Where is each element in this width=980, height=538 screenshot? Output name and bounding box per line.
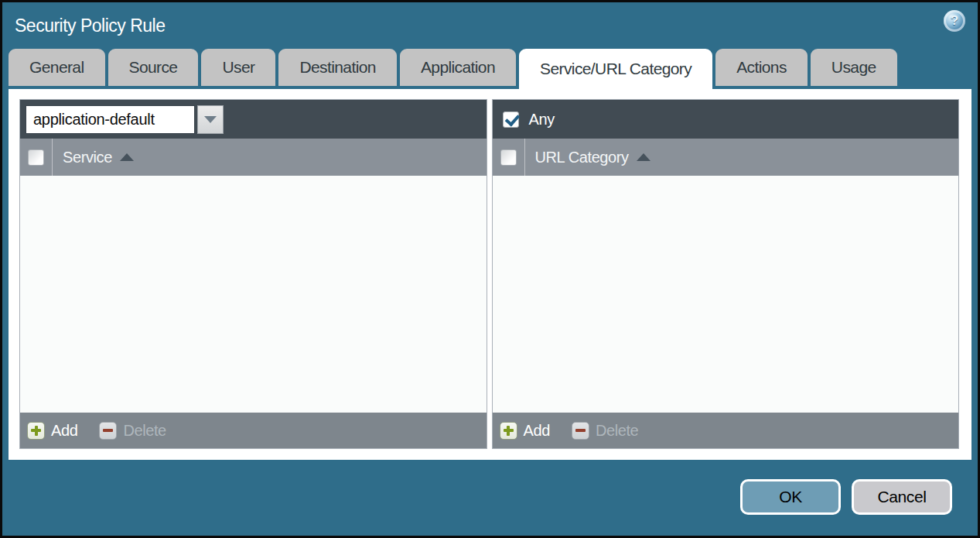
add-plus-icon — [27, 422, 45, 440]
add-plus-icon — [500, 422, 517, 440]
url-category-column-header[interactable]: URL Category — [535, 149, 629, 166]
service-add-button[interactable]: Add — [27, 422, 77, 440]
sort-ascending-icon[interactable] — [120, 153, 134, 161]
service-select-all-checkbox[interactable] — [28, 149, 44, 166]
url-category-select-all-cell[interactable] — [493, 139, 525, 176]
service-type-dropdown-value[interactable]: application-default — [26, 105, 195, 134]
dialog-footer: OK Cancel — [2, 460, 978, 533]
tab-user[interactable]: User — [201, 49, 275, 86]
service-panel: application-default Service Add — [19, 99, 487, 449]
tab-usage[interactable]: Usage — [811, 49, 897, 86]
url-category-delete-button[interactable]: Delete — [572, 422, 638, 440]
tab-bar: General Source User Destination Applicat… — [2, 49, 978, 89]
service-panel-footer: Add Delete — [20, 413, 487, 448]
dialog-title: Security Policy Rule — [15, 15, 166, 36]
security-policy-rule-dialog: Security Policy Rule ? General Source Us… — [0, 0, 980, 538]
url-category-any-toggle[interactable]: Any — [498, 111, 555, 129]
url-category-select-all-checkbox[interactable] — [500, 149, 517, 166]
any-checkbox-label: Any — [529, 111, 555, 129]
sort-ascending-icon[interactable] — [637, 153, 650, 161]
service-list[interactable] — [20, 176, 487, 413]
service-type-dropdown-button[interactable] — [197, 105, 224, 134]
any-checkbox[interactable] — [503, 111, 519, 128]
cancel-button[interactable]: Cancel — [852, 479, 952, 515]
service-type-dropdown[interactable]: application-default — [26, 105, 224, 134]
tab-actions[interactable]: Actions — [715, 49, 808, 86]
tab-destination[interactable]: Destination — [278, 49, 396, 86]
url-category-panel-toolbar: Any — [493, 100, 959, 139]
tab-source[interactable]: Source — [108, 49, 199, 86]
chevron-down-icon — [204, 116, 217, 123]
url-category-panel-footer: Add Delete — [493, 413, 959, 448]
service-column-header-row: Service — [20, 139, 487, 176]
tab-application[interactable]: Application — [400, 49, 516, 86]
tab-general[interactable]: General — [9, 49, 105, 86]
service-delete-button[interactable]: Delete — [99, 422, 166, 440]
delete-minus-icon — [99, 422, 117, 440]
delete-minus-icon — [572, 422, 589, 440]
service-select-all-cell[interactable] — [20, 139, 53, 176]
service-panel-toolbar: application-default — [20, 100, 487, 139]
ok-button[interactable]: OK — [740, 479, 841, 515]
tab-service-url-category[interactable]: Service/URL Category — [519, 49, 712, 89]
url-category-column-header-row: URL Category — [493, 139, 959, 176]
tab-content-service-url-category: application-default Service Add — [9, 89, 971, 460]
title-bar: Security Policy Rule ? — [2, 2, 978, 49]
help-icon[interactable]: ? — [944, 10, 965, 32]
url-category-add-button[interactable]: Add — [500, 422, 550, 440]
url-category-list[interactable] — [493, 176, 959, 413]
service-column-header[interactable]: Service — [63, 149, 112, 166]
url-category-panel: Any URL Category Add Delete — [492, 99, 960, 449]
